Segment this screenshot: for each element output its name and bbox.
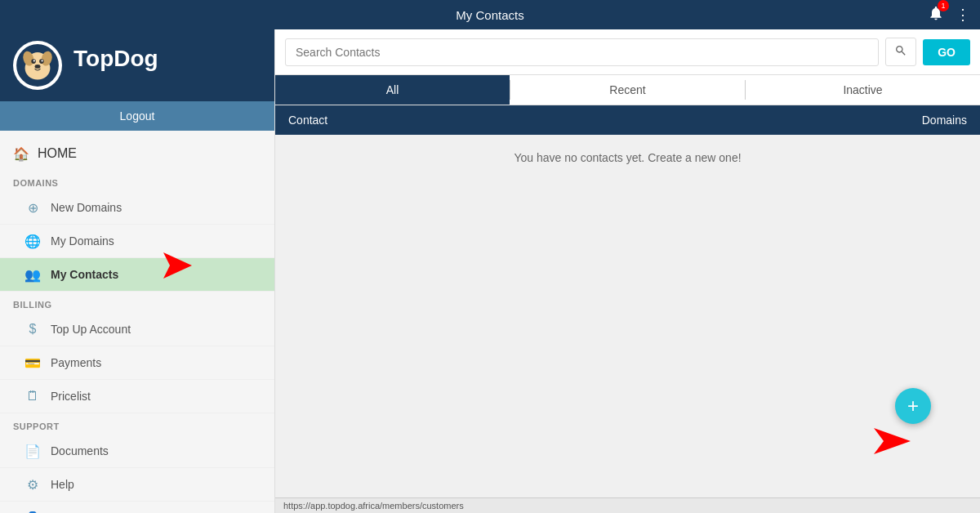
nav-label: New Domains	[51, 201, 122, 214]
section-label-support: SUPPORT	[0, 413, 274, 435]
help-icon: ⚙	[24, 476, 41, 493]
nav-label: Documents	[51, 444, 109, 457]
sidebar-nav: 🏠 HOME DOMAINS ⊕ New Domains 🌐 My Domain…	[0, 131, 274, 513]
empty-message: You have no contacts yet. Create a new o…	[275, 135, 980, 497]
search-bar: GO	[275, 29, 980, 75]
section-label-domains: DOMAINS	[0, 170, 274, 191]
sidebar-home-label: HOME	[38, 146, 77, 161]
svg-point-7	[33, 60, 35, 61]
svg-point-8	[42, 60, 43, 61]
search-input[interactable]	[285, 38, 879, 66]
pricelist-icon: 🗒	[24, 388, 41, 404]
status-url: https://app.topdog.africa/members/custom…	[283, 501, 464, 511]
sidebar-item-home[interactable]: 🏠 HOME	[0, 137, 274, 170]
section-label-billing: BILLING	[0, 292, 274, 313]
top-header: My Contacts 1 ⋮	[0, 0, 980, 29]
header-icons: 1 ⋮	[928, 5, 970, 25]
home-icon: 🏠	[13, 145, 29, 162]
tab-all[interactable]: All	[275, 75, 510, 105]
sidebar-item-help[interactable]: ⚙ Help	[0, 468, 274, 502]
page-title: My Contacts	[456, 8, 523, 22]
content-area: GO All Recent Inactive Contact Domains Y…	[275, 29, 980, 513]
app-logo	[13, 41, 62, 90]
tab-recent[interactable]: Recent	[510, 75, 745, 105]
notification-badge: 1	[938, 0, 949, 11]
nav-label: Pricelist	[51, 390, 91, 403]
plus-circle-icon: ⊕	[24, 199, 41, 216]
tab-bar: All Recent Inactive	[275, 75, 980, 105]
card-icon: 💳	[24, 355, 41, 371]
sidebar-item-manage-account[interactable]: 👤 Manage Account	[0, 502, 274, 513]
content-wrapper: You have no contacts yet. Create a new o…	[275, 135, 980, 497]
go-button[interactable]: GO	[923, 39, 970, 65]
person-icon: 👤	[24, 510, 41, 513]
sidebar-item-my-contacts[interactable]: 👥 My Contacts	[0, 258, 274, 292]
sidebar-item-payments[interactable]: 💳 Payments	[0, 346, 274, 380]
nav-label: Help	[51, 478, 74, 491]
sidebar-item-documents[interactable]: 📄 Documents	[0, 435, 274, 468]
username	[74, 74, 158, 86]
document-icon: 📄	[24, 443, 41, 459]
main-layout: TopDog Logout 🏠 HOME DOMAINS ⊕ New Domai…	[0, 29, 980, 513]
nav-label: Top Up Account	[51, 323, 131, 336]
status-bar: https://app.topdog.africa/members/custom…	[275, 497, 980, 513]
nav-label: My Domains	[51, 234, 114, 248]
app-name: TopDog	[74, 46, 158, 72]
col-domains: Domains	[869, 114, 967, 127]
sidebar-item-new-domains[interactable]: ⊕ New Domains	[0, 191, 274, 225]
sidebar: TopDog Logout 🏠 HOME DOMAINS ⊕ New Domai…	[0, 29, 275, 513]
search-button[interactable]	[885, 38, 916, 66]
table-header: Contact Domains	[275, 105, 980, 135]
sidebar-brand: TopDog	[0, 29, 274, 101]
sidebar-item-pricelist[interactable]: 🗒 Pricelist	[0, 380, 274, 413]
notification-bell[interactable]: 1	[928, 5, 944, 25]
logout-button[interactable]: Logout	[0, 101, 274, 131]
nav-label: Payments	[51, 356, 101, 369]
dollar-icon: $	[24, 321, 41, 337]
tab-inactive[interactable]: Inactive	[746, 75, 980, 105]
brand-info: TopDog	[74, 46, 158, 86]
sidebar-item-my-domains[interactable]: 🌐 My Domains	[0, 225, 274, 258]
contacts-icon: 👥	[24, 266, 41, 283]
svg-point-9	[35, 65, 41, 69]
more-options-icon[interactable]: ⋮	[956, 6, 970, 24]
sidebar-item-top-up-account[interactable]: $ Top Up Account	[0, 313, 274, 346]
globe-icon: 🌐	[24, 233, 41, 249]
add-contact-fab[interactable]: +	[895, 388, 931, 424]
nav-label: My Contacts	[51, 268, 118, 281]
col-contact: Contact	[288, 114, 869, 127]
